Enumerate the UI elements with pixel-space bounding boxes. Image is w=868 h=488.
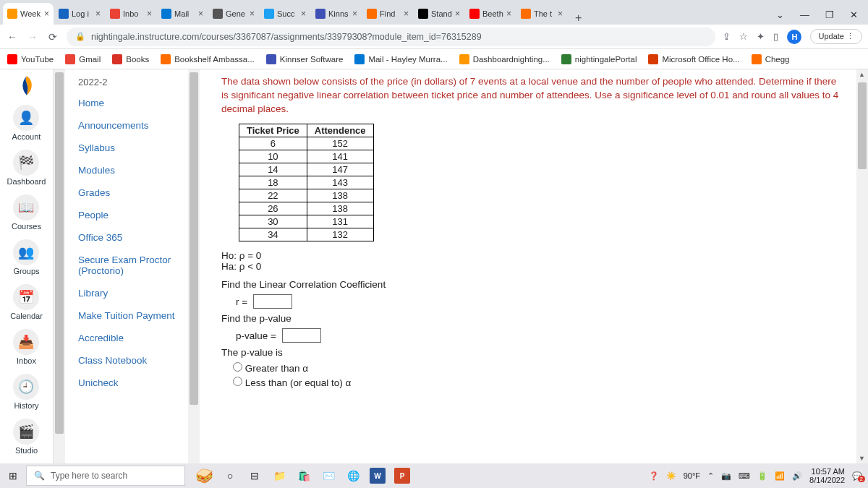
share-icon[interactable]: ⇪ <box>723 31 731 42</box>
bookmark-item[interactable]: nightingalePortal <box>561 54 637 64</box>
tab-close-icon[interactable]: × <box>198 9 203 19</box>
page-scrollbar[interactable]: ▲ ▼ <box>856 69 868 463</box>
tab-close-icon[interactable]: × <box>506 9 511 19</box>
browser-tab[interactable]: Week× <box>3 3 54 25</box>
course-nav-item[interactable]: Modules <box>78 165 188 176</box>
clock[interactable]: 10:57 AM 8/14/2022 <box>809 467 845 484</box>
tab-close-icon[interactable]: × <box>352 9 357 19</box>
browser-tab[interactable]: Find× <box>362 3 413 25</box>
bookmark-item[interactable]: Bookshelf Ambassa... <box>161 54 255 64</box>
bookmark-item[interactable]: Gmail <box>65 54 101 64</box>
course-nav-item[interactable]: Secure Exam Proctor (Proctorio) <box>78 254 188 276</box>
tab-close-icon[interactable]: × <box>95 9 101 19</box>
powerpoint-icon[interactable]: P <box>394 468 410 484</box>
notifications-icon[interactable]: 💬 <box>852 471 862 481</box>
volume-icon[interactable]: 🔊 <box>792 471 802 481</box>
bookmark-item[interactable]: Chegg <box>752 54 790 64</box>
tab-close-icon[interactable]: × <box>250 9 255 19</box>
radio-greater[interactable]: Greater than α <box>233 363 308 374</box>
tab-close-icon[interactable]: × <box>147 9 152 19</box>
word-icon[interactable]: W <box>370 468 386 484</box>
browser-tab[interactable]: Stand× <box>414 3 464 25</box>
dropdown-icon[interactable]: ⌄ <box>776 9 784 20</box>
help-icon[interactable]: ❓ <box>649 471 659 481</box>
keyboard-icon[interactable]: ⌨ <box>739 471 750 481</box>
temperature[interactable]: 90°F <box>684 471 700 480</box>
scroll-up-icon[interactable]: ▲ <box>859 71 865 78</box>
bookmark-item[interactable]: Kinnser Software <box>266 54 344 64</box>
store-icon[interactable]: 🛍️ <box>296 468 312 484</box>
minimize-icon[interactable]: — <box>800 9 809 20</box>
browser-tab[interactable]: Log i× <box>54 3 105 25</box>
bookmark-item[interactable]: Microsoft Office Ho... <box>648 54 739 64</box>
tab-close-icon[interactable]: × <box>455 9 460 19</box>
course-nav-item[interactable]: Grades <box>78 187 188 198</box>
global-nav-history[interactable]: 🕘History <box>7 374 46 410</box>
browser-tab[interactable]: Succ× <box>260 3 310 25</box>
browser-tab[interactable]: Kinns× <box>311 3 362 25</box>
r-input[interactable] <box>253 294 292 309</box>
course-nav-item[interactable]: Class Notebook <box>78 355 188 366</box>
global-nav-inbox[interactable]: 📥Inbox <box>7 329 46 365</box>
tab-favicon <box>59 9 69 19</box>
camera-icon[interactable]: 📷 <box>721 471 731 481</box>
course-nav-item[interactable]: Make Tuition Payment <box>78 310 188 321</box>
p-input[interactable] <box>282 328 321 343</box>
bookmark-item[interactable]: Dashboardnighting... <box>459 54 550 64</box>
chrome-icon[interactable]: 🌐 <box>345 468 361 484</box>
radio-less[interactable]: Less than (or equal to) α <box>233 377 351 388</box>
browser-tab[interactable]: Gene× <box>208 3 259 25</box>
course-nav-item[interactable]: Accredible <box>78 333 188 343</box>
tab-close-icon[interactable]: × <box>404 9 409 19</box>
global-nav-calendar[interactable]: 📅Calendar <box>7 284 46 320</box>
bookmark-item[interactable]: YouTube <box>7 54 54 64</box>
global-nav-studio[interactable]: 🎬Studio <box>7 419 46 455</box>
course-nav-item[interactable]: Syllabus <box>78 142 188 153</box>
taskview-icon[interactable]: ⊟ <box>247 468 263 484</box>
scroll-down-icon[interactable]: ▼ <box>859 455 865 462</box>
wifi-icon[interactable]: 📶 <box>775 471 785 481</box>
profile-avatar[interactable]: H <box>787 30 801 44</box>
browser-tab[interactable]: Mail× <box>157 3 208 25</box>
extension-icon[interactable]: ✦ <box>757 31 765 42</box>
browser-tab[interactable]: Beeth× <box>465 3 516 25</box>
mail-icon[interactable]: ✉️ <box>320 468 336 484</box>
tab-close-icon[interactable]: × <box>301 9 306 19</box>
bookmark-item[interactable]: Books <box>112 54 149 64</box>
new-tab-button[interactable]: + <box>568 12 589 25</box>
battery-icon[interactable]: 🔋 <box>757 471 767 481</box>
tab-close-icon[interactable]: × <box>44 9 49 19</box>
taskbar-search[interactable]: 🔍 Type here to search <box>26 466 185 486</box>
cortana-icon[interactable]: ○ <box>222 468 238 484</box>
course-nav-item[interactable]: Home <box>78 98 188 108</box>
weather-icon[interactable]: ☀️ <box>666 471 676 481</box>
global-nav-groups[interactable]: 👥Groups <box>7 239 46 275</box>
explorer-icon[interactable]: 📁 <box>271 468 287 484</box>
browser-tab[interactable]: The t× <box>516 3 567 25</box>
coursenav-scrollbar[interactable] <box>188 69 200 463</box>
widget-icon[interactable]: 🥪 <box>195 467 213 484</box>
course-nav-item[interactable]: Office 365 <box>78 232 188 243</box>
back-button[interactable]: ← <box>6 31 19 43</box>
course-nav-item[interactable]: Unicheck <box>78 377 188 388</box>
global-nav-dashboard[interactable]: 🏁Dashboard <box>7 150 46 186</box>
course-nav-item[interactable]: People <box>78 210 188 221</box>
maximize-icon[interactable]: ❐ <box>825 9 834 20</box>
global-nav-courses[interactable]: 📖Courses <box>7 194 46 231</box>
close-icon[interactable]: ✕ <box>850 9 858 20</box>
tray-chevron[interactable]: ⌃ <box>707 471 714 481</box>
course-nav-item[interactable]: Library <box>78 288 188 299</box>
nav-scrollbar[interactable] <box>54 69 65 463</box>
update-button[interactable]: Update ⋮ <box>810 29 862 44</box>
global-nav-account[interactable]: 👤Account <box>7 105 46 141</box>
tab-close-icon[interactable]: × <box>558 9 563 19</box>
course-nav-item[interactable]: Announcements <box>78 120 188 131</box>
forward-button[interactable]: → <box>26 31 39 43</box>
url-field[interactable]: 🔒 nightingale.instructure.com/courses/33… <box>67 27 715 46</box>
browser-tab[interactable]: Inbo× <box>106 3 156 25</box>
start-button[interactable]: ⊞ <box>0 470 26 481</box>
star-icon[interactable]: ☆ <box>739 31 748 42</box>
reload-button[interactable]: ⟳ <box>46 31 59 43</box>
bookmark-item[interactable]: Mail - Hayley Murra... <box>354 54 447 64</box>
window-icon[interactable]: ▯ <box>773 31 778 42</box>
